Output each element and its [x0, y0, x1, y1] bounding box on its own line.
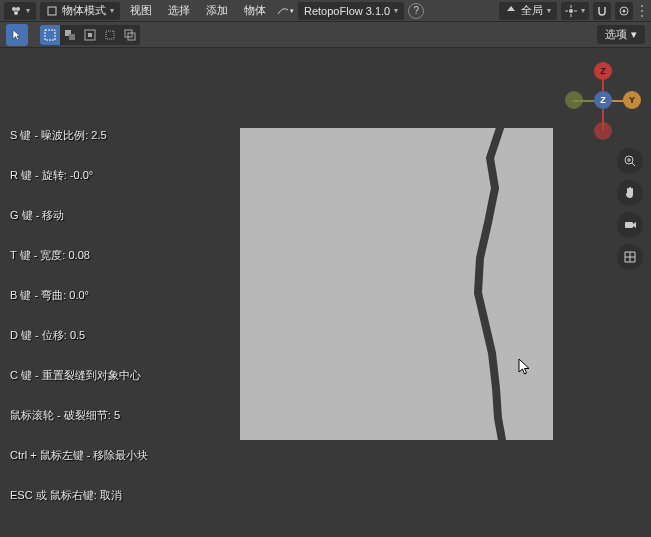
chevron-down-icon: ▾	[26, 6, 30, 15]
box-select-icon	[44, 29, 56, 41]
axis-gizmo[interactable]: Z Z Y	[563, 60, 643, 140]
object-mode-icon	[46, 5, 58, 17]
svg-rect-15	[106, 31, 114, 39]
svg-rect-10	[45, 30, 55, 40]
grid-icon	[623, 250, 637, 264]
cursor-icon	[10, 28, 24, 42]
invert-select-icon	[104, 29, 116, 41]
perspective-tool[interactable]	[617, 244, 643, 270]
mode-label: 物体模式	[62, 3, 106, 18]
chevron-down-icon: ▾	[581, 6, 585, 15]
select-mode-invert[interactable]	[100, 25, 120, 45]
hint-bend: B 键 - 弯曲: 0.0°	[10, 288, 89, 303]
zoom-icon	[623, 154, 637, 168]
menu-select[interactable]: 选择	[162, 1, 196, 20]
camera-icon	[623, 218, 637, 232]
svg-point-4	[569, 9, 573, 13]
chevron-down-icon: ▾	[110, 6, 114, 15]
select-mode-group	[40, 25, 140, 45]
viewport-3d[interactable]: S 键 - 噪波比例: 2.5 R 键 - 旋转: -0.0° G 键 - 移动…	[0, 48, 651, 537]
camera-tool[interactable]	[617, 212, 643, 238]
hint-width: T 键 - 宽度: 0.08	[10, 248, 90, 263]
pivot-icon	[565, 5, 577, 17]
svg-rect-19	[625, 222, 633, 228]
axis-main[interactable]: Z	[594, 91, 612, 109]
orientation-dropdown[interactable]: 全局 ▾	[499, 2, 557, 20]
help-button[interactable]: ?	[408, 3, 424, 19]
addon-label: RetopoFlow 3.1.0	[304, 5, 390, 17]
pivot-dropdown[interactable]: ▾	[561, 2, 589, 20]
pan-tool[interactable]	[617, 180, 643, 206]
svg-point-2	[14, 11, 18, 15]
axis-y-pos[interactable]: Y	[623, 91, 641, 109]
chevron-down-icon: ▾	[547, 6, 551, 15]
options-label: 选项	[605, 27, 627, 42]
svg-point-6	[623, 9, 626, 12]
svg-point-8	[641, 10, 643, 12]
orientation-icon	[505, 5, 517, 17]
editor-icon	[10, 5, 22, 17]
chevron-down-icon: ▾	[631, 28, 637, 41]
select-mode-intersect[interactable]	[120, 25, 140, 45]
editor-type-dropdown[interactable]: ▾	[4, 2, 36, 20]
tool-dropdown[interactable]: ▾	[276, 2, 294, 20]
extend-select-icon	[64, 29, 76, 41]
select-mode-box[interactable]	[40, 25, 60, 45]
options-dropdown[interactable]: 选项 ▾	[597, 25, 645, 44]
addon-dropdown[interactable]: RetopoFlow 3.1.0 ▾	[298, 2, 404, 20]
chevron-down-icon: ▾	[394, 6, 398, 15]
orientation-label: 全局	[521, 3, 543, 18]
axis-z-neg[interactable]	[594, 122, 612, 140]
svg-rect-14	[88, 33, 92, 37]
proportional-toggle[interactable]	[615, 2, 633, 20]
hint-wheel: 鼠标滚轮 - 破裂细节: 5	[10, 408, 120, 423]
hint-noise: S 键 - 噪波比例: 2.5	[10, 128, 107, 143]
svg-point-7	[641, 5, 643, 7]
dots-icon	[638, 4, 646, 18]
magnet-icon	[596, 5, 608, 17]
mode-dropdown[interactable]: 物体模式 ▾	[40, 2, 120, 20]
mesh-object	[240, 128, 553, 440]
select-mode-subtract[interactable]	[80, 25, 100, 45]
snap-toggle[interactable]	[593, 2, 611, 20]
select-mode-extend[interactable]	[60, 25, 80, 45]
hint-center: C 键 - 重置裂缝到对象中心	[10, 368, 141, 383]
menu-view[interactable]: 视图	[124, 1, 158, 20]
svg-rect-3	[48, 7, 56, 15]
select-tool[interactable]	[6, 24, 28, 46]
hint-ctrllmb: Ctrl + 鼠标左键 - 移除最小块	[10, 448, 148, 463]
proportional-icon	[618, 5, 630, 17]
chevron-down-icon: ▾	[290, 7, 294, 15]
menu-object[interactable]: 物体	[238, 1, 272, 20]
subtract-select-icon	[84, 29, 96, 41]
axis-x-neg[interactable]	[565, 91, 583, 109]
intersect-select-icon	[124, 29, 136, 41]
svg-point-1	[16, 7, 20, 11]
hand-icon	[623, 186, 637, 200]
viewport-side-tools	[617, 148, 643, 270]
svg-point-0	[12, 7, 16, 11]
menu-add[interactable]: 添加	[200, 1, 234, 20]
hint-rotate: R 键 - 旋转: -0.0°	[10, 168, 93, 183]
header-overflow[interactable]	[637, 2, 647, 20]
hint-escape: ESC 或 鼠标右键: 取消	[10, 488, 122, 503]
svg-rect-12	[69, 34, 75, 40]
hint-disp: D 键 - 位移: 0.5	[10, 328, 85, 343]
svg-point-9	[641, 15, 643, 17]
hint-grab: G 键 - 移动	[10, 208, 64, 223]
zoom-tool[interactable]	[617, 148, 643, 174]
annotate-icon	[276, 4, 290, 18]
crack-overlay	[240, 128, 553, 440]
axis-z-pos[interactable]: Z	[594, 62, 612, 80]
